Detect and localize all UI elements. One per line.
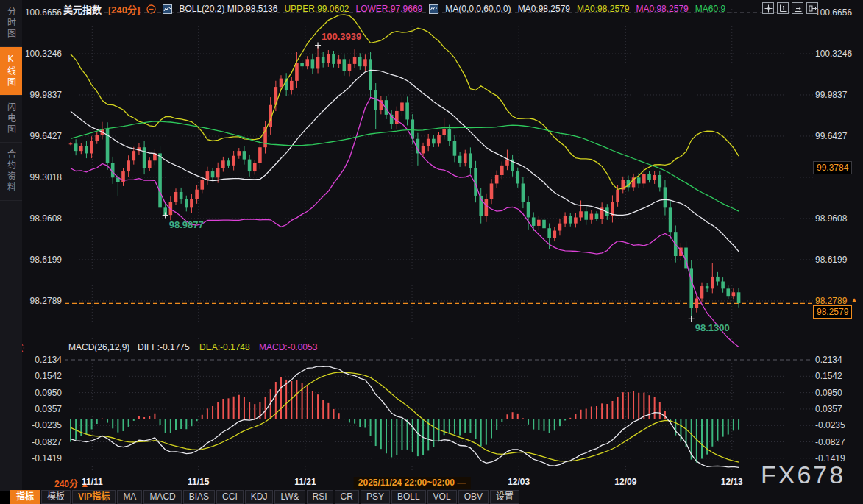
indicator-toolbar: 指标模板VIP指标MAMACDBIASCCIKDJLW&RSICRPSYBOLL… (10, 490, 519, 504)
toolbar-item-psy[interactable]: PSY (361, 490, 390, 504)
x-axis-date-label: 11/21 (294, 477, 316, 487)
main-price-chart[interactable]: 100.393998.987798.1300 (65, 9, 813, 340)
toolbar-item-cci[interactable]: CCI (216, 490, 244, 504)
y-axis-label-left: 99.9837 (22, 90, 62, 100)
app-window: 分时图K线图闪电图合约资料 美元指数 [240分] BOLL(20,2) MID… (0, 0, 863, 504)
toolbar-item-boll[interactable]: BOLL (391, 490, 426, 504)
x-axis-date-label: 12/03 (508, 477, 530, 487)
sidebar-item-time-share-chart[interactable]: 分时图 (0, 0, 22, 47)
macd-diff-legend: DIFF:-0.1775 (138, 342, 190, 352)
boll-legend: BOLL(20,2) MID:98.5136 (179, 4, 277, 14)
toolbar-item-bias[interactable]: BIAS (183, 490, 215, 504)
macd-value-legend: MACD:-0.0053 (259, 342, 317, 352)
toolbar-item-rsi[interactable]: RSI (307, 490, 333, 504)
sidebar-item-contract-info[interactable]: 合约资料 (0, 143, 22, 201)
y-axis-label-left: 98.6199 (22, 255, 62, 265)
toolbar-item-lwr[interactable]: LW& (274, 490, 305, 504)
y-axis-label-left: 100.3246 (22, 49, 62, 59)
watermark: FX678 (761, 461, 845, 489)
boll-lower-legend: LOWER:97.9669 (356, 4, 423, 14)
extreme-annotation: 100.3939 (322, 31, 361, 42)
y-axis-label-right: 98.6199 (815, 255, 861, 265)
x-axis-date-label: 11/11 (82, 477, 103, 487)
macd-axis-label-left: 0.0357 (22, 404, 62, 414)
macd-axis-label-left: -0.0235 (22, 420, 62, 430)
extreme-annotation: 98.9877 (169, 219, 204, 230)
y-axis-label-right: 98.9608 (815, 213, 861, 224)
macd-axis-label-left: 0.0950 (22, 388, 62, 398)
y-axis-label-left: 99.3018 (22, 172, 62, 182)
y-axis-label-right: 100.3246 (815, 49, 861, 59)
sidebar-item-label: 分时图 (5, 7, 18, 40)
y-axis-label-left: 100.6656 (22, 7, 62, 18)
bottom-left-corner (0, 491, 10, 504)
window-controls (762, 2, 818, 14)
toolbar-item-template[interactable]: 模板 (41, 490, 71, 504)
boll-indicator-icon[interactable] (163, 4, 172, 14)
ma-indicator-icon[interactable] (429, 4, 438, 14)
macd-axis-label-left: -0.1419 (22, 453, 62, 464)
macd-axis-label-right: -0.0235 (815, 420, 861, 430)
y-axis-label-right: 100.6656 (815, 7, 861, 18)
boll-upper-legend: UPPER:99.0602 (284, 4, 349, 14)
macd-axis-label-right: -0.0827 (815, 437, 861, 447)
period-label[interactable]: [240分] (108, 2, 140, 16)
x-axis-selected-range: 2025/11/24 22:00~02:00 — (354, 477, 470, 489)
toolbar-item-settings[interactable]: 设置 (490, 490, 519, 504)
macd-formula-legend: MACD(26,12,9) (68, 342, 129, 352)
toolbar-item-vol[interactable]: VOL (427, 490, 457, 504)
macd-axis-label-left: -0.0827 (22, 437, 62, 447)
x-axis-date-label: 12/09 (614, 477, 636, 487)
toolbar-item-vip-indicator[interactable]: VIP指标 (72, 490, 116, 504)
toolbar-item-indicator[interactable]: 指标 (10, 490, 40, 504)
y-axis-label-right: 99.6427 (815, 131, 861, 141)
macd-axis-label-right: 0.0950 (815, 388, 861, 398)
sidebar-item-lightning-chart[interactable]: 闪电图 (0, 96, 22, 143)
chart-legend-bar: 美元指数 [240分] BOLL(20,2) MID:98.5136 UPPER… (63, 2, 725, 15)
macd-axis-label-right: 0.0357 (815, 404, 861, 414)
toolbar-item-obv[interactable]: OBV (458, 490, 489, 504)
ma0-legend-magenta: MA0:98.2579 (636, 4, 688, 14)
macd-axis-label-right: 0.1542 (815, 371, 861, 381)
current-price-tag: 98.2579 (813, 305, 852, 319)
ma-group-legend: MA(0,0,0,60,0,0) (445, 4, 511, 14)
panel-expand-icon[interactable] (806, 2, 818, 14)
toolbar-item-ma[interactable]: MA (117, 490, 142, 504)
sidebar-item-candlestick-chart[interactable]: K线图 (0, 47, 22, 96)
sidebar-item-label: 闪电图 (5, 102, 18, 135)
toolbar-item-cr[interactable]: CR (335, 490, 359, 504)
macd-axis-label-left: 0.2134 (22, 355, 62, 365)
minus-circle-icon[interactable] (146, 4, 156, 14)
sidebar-item-label: K线图 (5, 54, 18, 88)
symbol-name: 美元指数 (63, 2, 102, 16)
price-alert-arrow-icon: ▲ (850, 296, 858, 304)
axis-zoom-horizontal-icon[interactable] (792, 2, 803, 14)
ma60-legend: MA60:9 (695, 4, 725, 14)
sidebar-item-label: 合约资料 (5, 149, 18, 194)
x-axis-date-label: 11/15 (188, 477, 209, 487)
y-axis-label-left: 99.6427 (22, 131, 62, 141)
y-axis-label-left: 98.9608 (22, 213, 62, 224)
macd-dea-legend: DEA:-0.1748 (199, 342, 250, 352)
chart-type-sidebar: 分时图K线图闪电图合约资料 (0, 0, 22, 491)
ma0-legend-white: MA0:98.2579 (518, 4, 570, 14)
macd-chart[interactable] (65, 355, 813, 472)
mid-price-tag: 99.3784 (813, 161, 852, 174)
axis-zoom-vertical-icon[interactable] (777, 2, 789, 14)
extreme-annotation: 98.1300 (695, 322, 730, 333)
toolbar-item-macd[interactable]: MACD (143, 490, 181, 504)
ma0-legend-yellow: MA0:98.2579 (577, 4, 629, 14)
pan-icon[interactable] (762, 2, 774, 14)
macd-axis-label-left: 0.1542 (22, 371, 62, 381)
x-axis-date-label: 12/13 (721, 477, 743, 487)
toolbar-item-kdj[interactable]: KDJ (245, 490, 274, 504)
y-axis-label-left: 98.2789 (22, 296, 62, 306)
macd-axis-label-right: 0.2134 (815, 355, 861, 365)
y-axis-label-right: 99.9837 (815, 90, 861, 100)
